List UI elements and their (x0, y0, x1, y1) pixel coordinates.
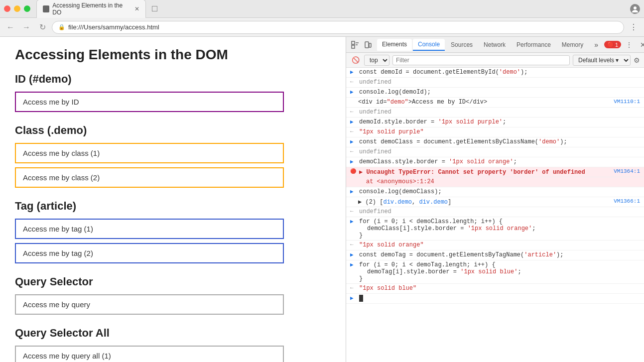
console-result: <div id="demo">Access me by ID</div> (358, 99, 610, 106)
console-error-message: ▶ Uncaught TypeError: Cannot set propert… (359, 168, 610, 176)
console-undefined: undefined (359, 109, 640, 116)
title-bar: Accessing Elements in the DO ✕ □ (0, 0, 644, 18)
favicon-icon (43, 5, 49, 12)
tab-performance[interactable]: Performance (512, 39, 556, 50)
profile-icon[interactable] (630, 4, 640, 14)
console-line: ▶ demoClass.style.border = '1px solid or… (346, 157, 644, 167)
class-section-heading: Class (.demo) (15, 124, 331, 137)
tab-sources[interactable]: Sources (446, 39, 478, 50)
console-code: for (i = 0; i < demoTag.length; i++) { d… (359, 261, 640, 282)
console-arrow: ← (350, 79, 356, 85)
console-levels-select[interactable]: Default levels ▾ (573, 55, 631, 66)
console-arrow: ▶ (350, 119, 356, 125)
console-line: ← undefined (346, 78, 644, 88)
tag-demo-box-1: Access me by tag (1) (15, 219, 284, 239)
console-arrow: ▶ (350, 69, 356, 75)
minimize-button[interactable] (14, 5, 20, 12)
refresh-button[interactable]: ↻ (36, 21, 49, 34)
svg-rect-5 (365, 42, 369, 48)
console-context-select[interactable]: top (364, 55, 389, 66)
console-arrow: ▶ (350, 158, 356, 165)
query-all-demo-box-1: Access me by query all (1) (15, 346, 284, 362)
browser-tab[interactable]: Accessing Elements in the DO ✕ (36, 0, 146, 18)
console-result: ▶ (2) [div.demo, div.demo] (358, 198, 610, 206)
console-line: ← undefined (346, 147, 644, 157)
close-button[interactable] (4, 5, 10, 12)
console-clear-button[interactable]: 🚫 (350, 55, 361, 66)
devtools-inspect-icons (349, 39, 374, 51)
window-controls (4, 5, 30, 12)
console-code: const demoClass = document.getElementsBy… (359, 138, 640, 145)
tab-elements[interactable]: Elements (377, 39, 412, 51)
new-tab-button[interactable]: □ (148, 3, 161, 14)
console-arrow: ▶ (350, 188, 356, 195)
console-arrow: ▶ (350, 261, 356, 268)
console-line: ▶ console.log(demoClass); (346, 187, 644, 197)
console-error-location: at <anonymous>:1:24 (366, 178, 640, 185)
console-line-number: VM1366:1 (610, 198, 640, 204)
query-section-heading: Query Selector (15, 275, 331, 288)
console-arrow: ← (350, 148, 356, 154)
console-error-subline: at <anonymous>:1:24 (346, 177, 644, 187)
console-line: <div id="demo">Access me by ID</div> VM1… (346, 98, 644, 108)
console-settings-icon[interactable]: ⚙ (634, 56, 640, 64)
console-input-line[interactable]: ▶ (346, 294, 644, 304)
query-all-section-heading: Query Selector All (15, 327, 331, 340)
console-filter-input[interactable] (392, 55, 570, 65)
class-demo-box-1: Access me by class (1) (15, 143, 284, 163)
maximize-button[interactable] (24, 5, 30, 12)
query-all-section: Query Selector All Access me by query al… (15, 327, 331, 362)
tab-bar: Accessing Elements in the DO ✕ □ (36, 0, 630, 18)
console-code: demoId.style.border = '1px solid purple'… (359, 119, 640, 125)
console-code: console.log(demoClass); (359, 188, 640, 195)
console-arrow: ▶ (350, 218, 356, 225)
svg-rect-4 (352, 45, 355, 48)
console-output[interactable]: ▶ const demoId = document.getElementById… (346, 68, 644, 362)
tab-close-icon[interactable]: ✕ (134, 5, 139, 12)
svg-rect-1 (352, 41, 355, 44)
console-error-line: 🔴 ▶ Uncaught TypeError: Cannot set prope… (346, 167, 644, 177)
console-code: const demoTag = document.getElementsByTa… (359, 251, 640, 258)
forward-button[interactable]: → (20, 21, 33, 34)
console-line: ▶ const demoTag = document.getElementsBy… (346, 250, 644, 260)
console-arrow: ▶ (350, 89, 356, 95)
console-code: for (i = 0; i < demoClass.length; i++) {… (359, 218, 640, 239)
tab-more[interactable]: » (589, 39, 603, 51)
console-line: ▶ const demoClass = document.getElements… (346, 137, 644, 147)
inspect-element-button[interactable] (349, 39, 361, 51)
query-section: Query Selector Access me by query (15, 275, 331, 315)
error-badge: 🔴 1 (604, 41, 621, 48)
console-line: ▶ demoId.style.border = '1px solid purpl… (346, 118, 644, 127)
tab-memory[interactable]: Memory (557, 39, 588, 50)
id-section-heading: ID (#demo) (15, 73, 331, 86)
svg-point-0 (634, 6, 637, 9)
console-string: "1px solid purple" (359, 128, 640, 135)
device-mode-button[interactable] (362, 39, 374, 51)
console-input-arrow: ▶ (350, 295, 356, 301)
console-line: ▶ for (i = 0; i < demoTag.length; i++) {… (346, 260, 644, 284)
console-line: ← "1px solid orange" (346, 241, 644, 250)
error-count: 1 (615, 42, 618, 48)
devtools-close-button[interactable]: ✕ (637, 39, 644, 51)
console-undefined: undefined (359, 148, 640, 155)
console-line-number: VM1110:1 (610, 99, 640, 105)
console-arrow: ▶ (350, 251, 356, 258)
console-toolbar: 🚫 top Default levels ▾ ⚙ (346, 53, 644, 68)
console-input[interactable] (359, 295, 640, 302)
devtools-tabs: Elements Console Sources Network Perform… (346, 37, 644, 53)
query-demo-box: Access me by query (15, 294, 284, 315)
devtools-more-button[interactable]: ⋮ (623, 39, 635, 51)
tab-network[interactable]: Network (479, 39, 511, 50)
console-code: console.log(demoId); (359, 89, 640, 96)
browser-menu-button[interactable]: ⋮ (627, 21, 640, 34)
address-bar[interactable]: 🔒 file:///Users/sammy/access.html (52, 21, 624, 34)
console-arrow: ← (350, 128, 356, 134)
console-line: ← "1px solid blue" (346, 284, 644, 294)
console-line: ← undefined (346, 108, 644, 118)
tab-console[interactable]: Console (413, 39, 445, 51)
back-button[interactable]: ← (4, 21, 17, 34)
console-arrow: ← (350, 208, 356, 214)
console-line: ▶ for (i = 0; i < demoClass.length; i++)… (346, 217, 644, 241)
console-line-number: VM1364:1 (610, 168, 640, 174)
webpage: Accessing Elements in the DOM ID (#demo)… (0, 37, 346, 362)
